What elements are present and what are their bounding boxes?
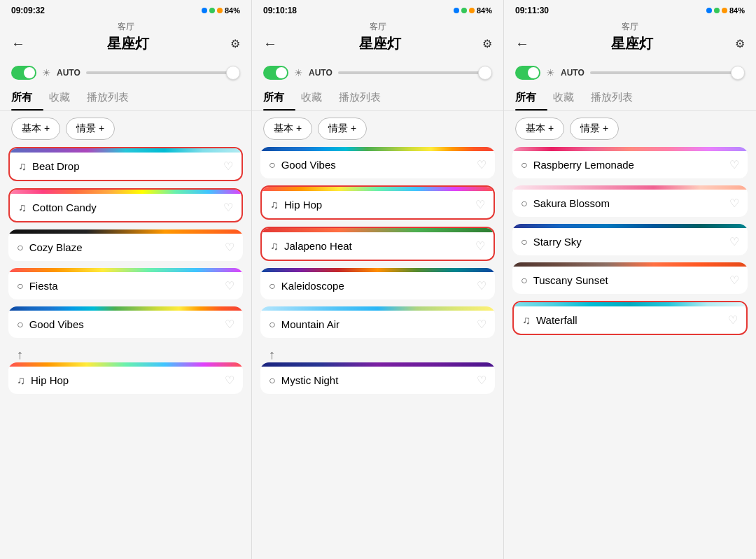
items-list: ○Raspberry Lemonade♡○Sakura Blossom♡○Sta… [504, 147, 756, 342]
favorite-heart-icon[interactable]: ♡ [477, 158, 486, 171]
favorite-heart-icon[interactable]: ♡ [729, 158, 739, 171]
category-情景[interactable]: 情景 + [66, 118, 115, 140]
music-icon: ♫ [522, 314, 531, 327]
tab-收藏[interactable]: 收藏 [553, 85, 585, 110]
auto-toggle[interactable] [263, 66, 288, 80]
status-icons: 84% [454, 6, 492, 15]
favorite-heart-icon[interactable]: ♡ [477, 318, 486, 331]
category-基本[interactable]: 基本 + [263, 118, 312, 140]
items-list: ○Good Vibes♡♫Hip Hop♡♫Jalapeno Heat♡○Kal… [252, 147, 503, 401]
drop-icon: ○ [17, 241, 24, 254]
list-item-sakura-blossom[interactable]: ○Sakura Blossom♡ [512, 185, 748, 217]
list-item-mountain-air[interactable]: ○Mountain Air♡ [260, 306, 495, 338]
favorite-heart-icon[interactable]: ♡ [225, 374, 234, 387]
settings-icon[interactable]: ⚙ [482, 37, 492, 50]
auto-toggle[interactable] [515, 66, 540, 80]
slider-thumb [226, 66, 240, 80]
item-name-label: Jalapeno Heat [284, 240, 352, 252]
favorite-heart-icon[interactable]: ♡ [223, 160, 233, 173]
category-情景[interactable]: 情景 + [570, 118, 619, 140]
status-time: 09:09:32 [11, 6, 45, 15]
tab-播放列表[interactable]: 播放列表 [591, 85, 644, 110]
list-item-cozy-blaze[interactable]: ○Cozy Blaze♡ [8, 229, 243, 261]
tab-播放列表[interactable]: 播放列表 [339, 85, 392, 110]
status-dot-blue [706, 8, 712, 13]
phone-3: 09:11:3084%客厅←星座灯⚙☀AUTO所有收藏播放列表基本 +情景 +○… [504, 0, 756, 559]
drop-icon: ○ [17, 280, 24, 292]
page-title: 星座灯 [277, 34, 482, 53]
list-item-hip-hop[interactable]: ♫Hip Hop♡ [8, 362, 243, 394]
list-item-starry-sky[interactable]: ○Starry Sky♡ [512, 224, 748, 255]
favorite-heart-icon[interactable]: ♡ [223, 201, 233, 214]
list-item-hip-hop[interactable]: ♫Hip Hop♡ [260, 185, 495, 220]
status-dot-blue [454, 8, 459, 13]
music-icon: ♫ [17, 374, 25, 387]
favorite-heart-icon[interactable]: ♡ [729, 235, 739, 248]
category-基本[interactable]: 基本 + [515, 118, 564, 140]
back-button[interactable]: ← [263, 36, 277, 52]
settings-icon[interactable]: ⚙ [230, 37, 240, 50]
favorite-heart-icon[interactable]: ♡ [728, 313, 738, 327]
tab-收藏[interactable]: 收藏 [49, 85, 81, 110]
list-item-waterfall[interactable]: ♫Waterfall♡ [512, 301, 748, 335]
status-dot-green [714, 8, 720, 13]
slider-thumb [731, 66, 745, 80]
brightness-slider[interactable] [338, 71, 492, 74]
list-item-kaleidoscope[interactable]: ○Kaleidoscope♡ [260, 268, 495, 299]
tab-所有[interactable]: 所有 [515, 85, 547, 110]
tab-所有[interactable]: 所有 [263, 85, 295, 110]
drop-icon: ○ [269, 280, 276, 292]
scroll-up-arrow[interactable]: ↑ [8, 345, 243, 362]
settings-icon[interactable]: ⚙ [735, 37, 745, 50]
page-title: 星座灯 [529, 34, 735, 53]
tab-收藏[interactable]: 收藏 [301, 85, 333, 110]
favorite-heart-icon[interactable]: ♡ [225, 279, 234, 292]
phone-2: 09:10:1884%客厅←星座灯⚙☀AUTO所有收藏播放列表基本 +情景 +○… [252, 0, 504, 559]
drop-icon: ○ [521, 159, 528, 171]
list-item-tuscany-sunset[interactable]: ○Tuscany Sunset♡ [512, 262, 748, 294]
item-name-label: Cotton Candy [32, 201, 97, 213]
category-基本[interactable]: 基本 + [11, 118, 60, 140]
list-item-jalapeno-heat[interactable]: ♫Jalapeno Heat♡ [260, 227, 495, 261]
drop-icon: ○ [521, 274, 528, 287]
favorite-heart-icon[interactable]: ♡ [729, 197, 739, 210]
list-item-good-vibes[interactable]: ○Good Vibes♡ [260, 147, 495, 178]
tab-播放列表[interactable]: 播放列表 [87, 85, 140, 110]
tab-所有[interactable]: 所有 [11, 85, 43, 110]
list-item-cotton-candy[interactable]: ♫Cotton Candy♡ [8, 188, 243, 222]
list-item-good-vibes[interactable]: ○Good Vibes♡ [8, 306, 243, 338]
favorite-heart-icon[interactable]: ♡ [475, 198, 485, 211]
status-bar: 09:09:3284% [0, 0, 251, 18]
brightness-slider[interactable] [590, 71, 745, 74]
category-情景[interactable]: 情景 + [318, 118, 367, 140]
auto-toggle[interactable] [11, 66, 36, 80]
back-button[interactable]: ← [515, 36, 529, 52]
favorite-heart-icon[interactable]: ♡ [477, 279, 486, 292]
auto-label: AUTO [309, 68, 332, 78]
scroll-up-arrow[interactable]: ↑ [260, 345, 495, 362]
favorite-heart-icon[interactable]: ♡ [475, 239, 485, 253]
sun-icon: ☀ [294, 67, 303, 78]
item-name-label: Hip Hop [31, 374, 69, 386]
toggle-bar: ☀AUTO [0, 60, 251, 85]
sun-icon: ☀ [42, 67, 51, 78]
item-name-label: Beat Drop [32, 160, 80, 172]
categories-bar: 基本 +情景 + [0, 111, 251, 147]
list-item-beat-drop[interactable]: ♫Beat Drop♡ [8, 147, 243, 181]
list-item-raspberry-lemonade[interactable]: ○Raspberry Lemonade♡ [512, 147, 748, 178]
status-dot-green [209, 8, 215, 13]
status-bar: 09:11:3084% [504, 0, 756, 18]
list-item-mystic-night[interactable]: ○Mystic Night♡ [260, 362, 495, 394]
item-name-label: Waterfall [536, 314, 578, 326]
back-button[interactable]: ← [11, 36, 25, 52]
brightness-slider[interactable] [86, 71, 240, 74]
phones-container: 09:09:3284%客厅←星座灯⚙☀AUTO所有收藏播放列表基本 +情景 +♫… [0, 0, 756, 559]
list-item-fiesta[interactable]: ○Fiesta♡ [8, 268, 243, 299]
favorite-heart-icon[interactable]: ♡ [225, 318, 234, 331]
status-icons: 84% [202, 6, 240, 15]
drop-icon: ○ [269, 318, 276, 331]
music-icon: ♫ [18, 160, 27, 173]
favorite-heart-icon[interactable]: ♡ [225, 241, 234, 254]
favorite-heart-icon[interactable]: ♡ [729, 274, 739, 287]
favorite-heart-icon[interactable]: ♡ [477, 374, 486, 387]
